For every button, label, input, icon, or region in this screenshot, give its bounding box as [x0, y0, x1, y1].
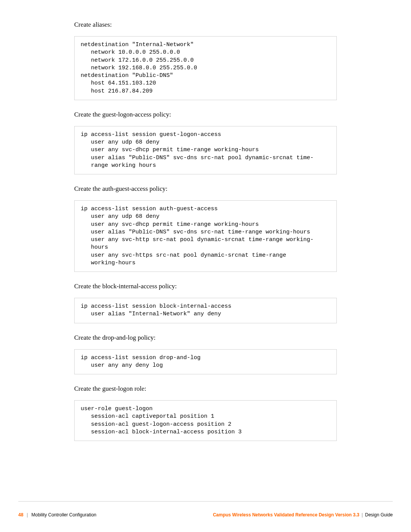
chapter-name: Mobility Controller Configuration — [31, 512, 96, 518]
section-label: Create the drop-and-log policy: — [74, 334, 337, 342]
footer-divider — [18, 501, 393, 502]
section-label: Create the guest-logon role: — [74, 385, 337, 393]
footer-right: Campus Wireless Networks Validated Refer… — [213, 512, 393, 518]
design-guide-label: Design Guide — [365, 512, 393, 518]
section-1: Create aliases: netdestination "Internal… — [74, 21, 337, 100]
section-5: Create the drop-and-log policy: ip acces… — [74, 334, 337, 375]
section-4: Create the block-internal-access policy:… — [74, 283, 337, 323]
separator: | — [362, 512, 363, 518]
code-block: netdestination "Internal-Network" networ… — [74, 36, 337, 100]
section-label: Create the auth-guest-access policy: — [74, 185, 337, 193]
code-block: user-role guest-logon session-acl captiv… — [74, 400, 337, 441]
section-label: Create the block-internal-access policy: — [74, 283, 337, 290]
section-3: Create the auth-guest-access policy: ip … — [74, 185, 337, 272]
code-block: ip access-list session auth-guest-access… — [74, 200, 337, 272]
code-block: ip access-list session guest-logon-acces… — [74, 126, 337, 174]
section-label: Create the guest-logon-access policy: — [74, 111, 337, 118]
footer-left: 48 | Mobility Controller Configuration — [18, 512, 96, 518]
section-6: Create the guest-logon role: user-role g… — [74, 385, 337, 441]
page-number: 48 — [18, 512, 23, 518]
footer-text: 48 | Mobility Controller Configuration C… — [18, 512, 393, 518]
section-2: Create the guest-logon-access policy: ip… — [74, 111, 337, 174]
document-title: Campus Wireless Networks Validated Refer… — [213, 512, 359, 518]
main-content: Create aliases: netdestination "Internal… — [74, 21, 337, 441]
separator: | — [27, 512, 28, 518]
section-label: Create aliases: — [74, 21, 337, 29]
page-footer: 48 | Mobility Controller Configuration C… — [0, 501, 411, 532]
code-block: ip access-list session block-internal-ac… — [74, 298, 337, 323]
code-block: ip access-list session drop-and-log user… — [74, 349, 337, 375]
